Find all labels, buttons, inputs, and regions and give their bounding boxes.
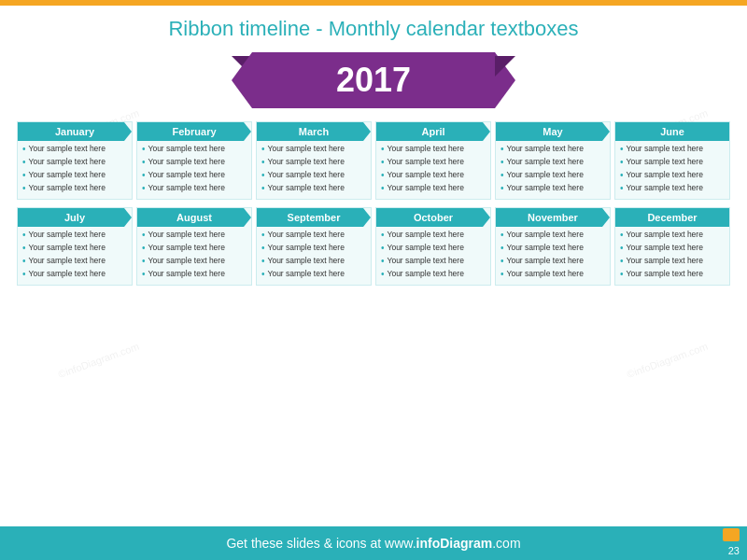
list-item: •Your sample text here — [500, 230, 605, 241]
bullet-icon: • — [620, 183, 624, 194]
list-item: •Your sample text here — [22, 144, 127, 155]
item-text: Your sample text here — [268, 243, 345, 253]
bullet-icon: • — [620, 269, 624, 280]
list-item: •Your sample text here — [500, 256, 605, 267]
bullet-icon: • — [500, 170, 504, 181]
month-content-may: •Your sample text here•Your sample text … — [496, 141, 610, 199]
month-box-july: July•Your sample text here•Your sample t… — [17, 207, 133, 286]
item-text: Your sample text here — [388, 144, 464, 154]
list-item: •Your sample text here — [381, 144, 486, 155]
list-item: •Your sample text here — [620, 256, 725, 267]
list-item: •Your sample text here — [381, 256, 486, 267]
month-content-october: •Your sample text here•Your sample text … — [376, 227, 490, 285]
list-item: •Your sample text here — [381, 157, 486, 168]
bullet-icon: • — [261, 170, 265, 181]
bullet-icon: • — [620, 170, 624, 181]
bullet-icon: • — [22, 144, 26, 155]
item-text: Your sample text here — [388, 243, 464, 253]
list-item: •Your sample text here — [261, 243, 366, 254]
bullet-icon: • — [381, 243, 385, 254]
month-box-november: November•Your sample text here•Your samp… — [495, 207, 611, 286]
list-item: •Your sample text here — [22, 230, 127, 241]
month-box-may: May•Your sample text here•Your sample te… — [495, 121, 611, 200]
list-item: •Your sample text here — [381, 269, 486, 280]
list-item: •Your sample text here — [620, 269, 725, 280]
list-item: •Your sample text here — [142, 230, 247, 241]
list-item: •Your sample text here — [381, 170, 486, 181]
item-text: Your sample text here — [507, 183, 584, 193]
item-text: Your sample text here — [268, 170, 345, 180]
bullet-icon: • — [620, 157, 624, 168]
list-item: •Your sample text here — [620, 243, 725, 254]
bullet-icon: • — [142, 157, 146, 168]
month-content-january: •Your sample text here•Your sample text … — [18, 141, 132, 199]
list-item: •Your sample text here — [22, 157, 127, 168]
list-item: •Your sample text here — [500, 170, 605, 181]
item-text: Your sample text here — [29, 157, 106, 167]
ribbon: 2017 — [252, 52, 495, 108]
bullet-icon: • — [381, 183, 385, 194]
month-header-september: September — [257, 208, 371, 227]
item-text: Your sample text here — [148, 230, 225, 240]
month-content-august: •Your sample text here•Your sample text … — [137, 227, 251, 285]
month-row-2: July•Your sample text here•Your sample t… — [17, 207, 730, 286]
item-text: Your sample text here — [388, 230, 464, 240]
month-box-april: April•Your sample text here•Your sample … — [375, 121, 491, 200]
bullet-icon: • — [261, 269, 265, 280]
list-item: •Your sample text here — [620, 157, 725, 168]
list-item: •Your sample text here — [22, 269, 127, 280]
month-content-december: •Your sample text here•Your sample text … — [615, 227, 729, 285]
bullet-icon: • — [620, 256, 624, 267]
row-1-calendar: January•Your sample text here•Your sampl… — [0, 121, 747, 200]
bullet-icon: • — [500, 269, 504, 280]
item-text: Your sample text here — [29, 144, 106, 154]
bullet-icon: • — [261, 230, 265, 241]
list-item: •Your sample text here — [500, 144, 605, 155]
item-text: Your sample text here — [627, 183, 703, 193]
list-item: •Your sample text here — [142, 157, 247, 168]
month-content-september: •Your sample text here•Your sample text … — [257, 227, 371, 285]
bullet-icon: • — [500, 243, 504, 254]
month-box-june: June•Your sample text here•Your sample t… — [614, 121, 730, 200]
bullet-icon: • — [261, 157, 265, 168]
month-header-december: December — [615, 208, 729, 227]
ribbon-banner: 2017 — [0, 49, 747, 112]
item-text: Your sample text here — [627, 157, 703, 167]
item-text: Your sample text here — [627, 170, 703, 180]
item-text: Your sample text here — [29, 183, 106, 193]
list-item: •Your sample text here — [261, 230, 366, 241]
bullet-icon: • — [22, 230, 26, 241]
bullet-icon: • — [22, 269, 26, 280]
month-header-august: August — [137, 208, 251, 227]
list-item: •Your sample text here — [620, 170, 725, 181]
bullet-icon: • — [381, 230, 385, 241]
month-header-march: March — [257, 122, 371, 141]
item-text: Your sample text here — [268, 157, 345, 167]
bullet-icon: • — [142, 170, 146, 181]
item-text: Your sample text here — [268, 256, 345, 266]
watermark2-left: ©infoDiagram.com — [57, 341, 141, 380]
bullet-icon: • — [261, 256, 265, 267]
item-text: Your sample text here — [148, 157, 225, 167]
month-content-february: •Your sample text here•Your sample text … — [137, 141, 251, 199]
item-text: Your sample text here — [29, 170, 106, 180]
item-text: Your sample text here — [507, 157, 584, 167]
month-header-january: January — [18, 122, 132, 141]
bullet-icon: • — [142, 269, 146, 280]
month-box-october: October•Your sample text here•Your sampl… — [375, 207, 491, 286]
list-item: •Your sample text here — [620, 230, 725, 241]
item-text: Your sample text here — [627, 144, 703, 154]
item-text: Your sample text here — [507, 256, 584, 266]
item-text: Your sample text here — [29, 230, 106, 240]
item-text: Your sample text here — [507, 269, 584, 279]
bullet-icon: • — [381, 157, 385, 168]
bullet-icon: • — [500, 183, 504, 194]
watermark2-right: ©infoDiagram.com — [625, 341, 709, 380]
footer-domain: .com — [492, 536, 520, 551]
list-item: •Your sample text here — [261, 269, 366, 280]
item-text: Your sample text here — [627, 230, 703, 240]
bullet-icon: • — [381, 144, 385, 155]
item-text: Your sample text here — [148, 170, 225, 180]
item-text: Your sample text here — [268, 144, 345, 154]
bullet-icon: • — [500, 230, 504, 241]
